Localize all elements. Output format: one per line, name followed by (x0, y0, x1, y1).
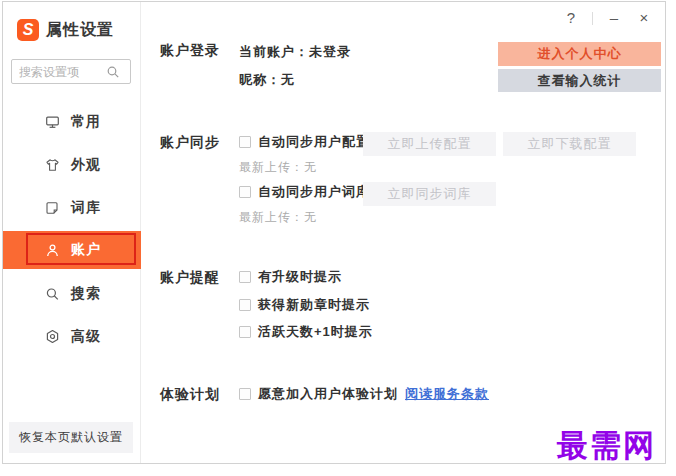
auto-sync-dict-checkbox[interactable] (239, 186, 251, 198)
sidebar-item-advanced[interactable]: 高级 (3, 315, 141, 358)
window-controls: ? – × (562, 8, 653, 28)
section-label-reminder: 账户提醒 (160, 269, 220, 287)
user-icon (45, 243, 60, 258)
sidebar-item-label: 高级 (71, 328, 101, 346)
active-days-reminder-row: 活跃天数+1时提示 (239, 323, 373, 341)
active-days-reminder-checkbox[interactable] (239, 326, 251, 338)
section-label-login: 账户登录 (160, 42, 220, 60)
sidebar-item-dictionary[interactable]: 词库 (3, 186, 141, 229)
experience-plan-row: 愿意加入用户体验计划 阅读服务条款 (239, 385, 489, 403)
search-icon (106, 65, 120, 79)
sidebar-nav: 常用 外观 词库 账户 (3, 100, 141, 358)
sidebar-item-common[interactable]: 常用 (3, 100, 141, 143)
view-input-stats-button[interactable]: 查看输入统计 (498, 69, 661, 92)
auto-sync-config-label: 自动同步用户配置 (258, 133, 370, 151)
shirt-icon (45, 158, 60, 172)
sidebar-item-appearance[interactable]: 外观 (3, 143, 141, 186)
dictionary-icon (45, 201, 60, 215)
medal-reminder-row: 获得新勋章时提示 (239, 296, 370, 314)
latest-upload-config-text: 最新上传：无 (239, 159, 317, 176)
auto-sync-dict-label: 自动同步用户词库 (258, 183, 370, 201)
sidebar-item-label: 词库 (71, 199, 101, 217)
minimize-icon[interactable]: – (605, 8, 623, 28)
latest-upload-dict-text: 最新上传：无 (239, 209, 317, 226)
close-icon[interactable]: × (635, 8, 653, 28)
settings-window: ? – × S 属性设置 常用 (2, 1, 666, 464)
search-nav-icon (45, 287, 60, 301)
auto-sync-config-checkbox[interactable] (239, 136, 251, 148)
sidebar-item-label: 搜索 (71, 285, 101, 303)
active-days-reminder-label: 活跃天数+1时提示 (258, 323, 373, 341)
page-title: 属性设置 (46, 20, 114, 41)
search-input[interactable] (12, 65, 104, 79)
sogou-logo-icon: S (17, 19, 39, 41)
upgrade-reminder-row: 有升级时提示 (239, 268, 342, 286)
restore-defaults-button[interactable]: 恢复本页默认设置 (9, 422, 133, 453)
sidebar-item-label: 常用 (71, 113, 101, 131)
section-label-sync: 账户同步 (160, 134, 220, 152)
auto-sync-dict-row: 自动同步用户词库 (239, 183, 370, 201)
experience-plan-checkbox[interactable] (239, 388, 251, 400)
sidebar-item-label: 外观 (71, 156, 101, 174)
sync-dict-now-button[interactable]: 立即同步词库 (363, 182, 496, 206)
upgrade-reminder-checkbox[interactable] (239, 271, 251, 283)
sidebar-item-label: 账户 (71, 241, 101, 259)
upload-config-now-button[interactable]: 立即上传配置 (363, 132, 496, 156)
download-config-now-button[interactable]: 立即下载配置 (503, 132, 636, 156)
current-account-text: 当前账户：未登录 (239, 43, 351, 61)
section-label-experience: 体验计划 (160, 386, 220, 404)
control-divider (592, 12, 593, 25)
upgrade-reminder-label: 有升级时提示 (258, 268, 342, 286)
help-icon[interactable]: ? (562, 8, 580, 28)
sidebar: S 属性设置 常用 外观 (3, 2, 141, 463)
gear-icon (45, 329, 60, 344)
app-logo: S 属性设置 (17, 19, 114, 41)
experience-plan-label: 愿意加入用户体验计划 (258, 385, 398, 403)
nickname-text: 昵称：无 (239, 71, 295, 89)
medal-reminder-label: 获得新勋章时提示 (258, 296, 370, 314)
auto-sync-config-row: 自动同步用户配置 (239, 133, 370, 151)
terms-of-service-link[interactable]: 阅读服务条款 (405, 385, 489, 403)
enter-personal-center-button[interactable]: 进入个人中心 (498, 42, 661, 66)
watermark-text: 最需网 (557, 425, 656, 467)
sidebar-item-search[interactable]: 搜索 (3, 272, 141, 315)
sidebar-item-account[interactable]: 账户 (3, 231, 141, 269)
monitor-icon (45, 115, 60, 129)
settings-search (11, 59, 131, 84)
medal-reminder-checkbox[interactable] (239, 299, 251, 311)
